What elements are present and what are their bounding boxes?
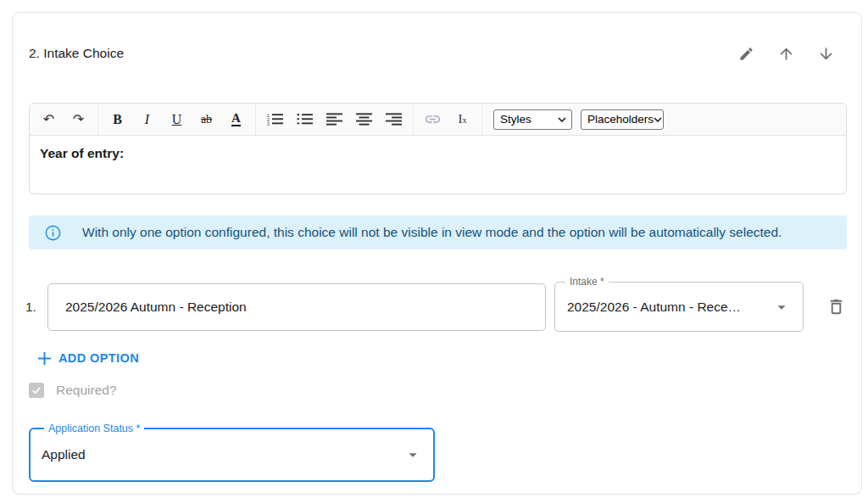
- italic-icon: I: [145, 112, 149, 127]
- underline-button[interactable]: U: [162, 108, 192, 132]
- chevron-down-icon: [558, 117, 566, 122]
- bullet-list-button[interactable]: [290, 108, 320, 132]
- checkmark-icon: [31, 384, 42, 396]
- info-banner: With only one option configured, this ch…: [29, 216, 847, 249]
- info-icon: [45, 225, 61, 241]
- dropdown-arrow-icon: [403, 445, 422, 464]
- align-right-button[interactable]: [379, 108, 409, 132]
- numbered-list-icon: 123: [267, 113, 283, 126]
- intake-select-label: Intake *: [565, 276, 609, 288]
- bullet-list-icon: [297, 113, 313, 126]
- option-row: 1. 2025/2026 Autumn - Reception Intake *…: [29, 282, 860, 332]
- strikethrough-button[interactable]: ab: [192, 108, 221, 132]
- link-icon: [424, 110, 442, 128]
- text-color-button[interactable]: A: [221, 108, 251, 132]
- align-left-button[interactable]: [320, 108, 349, 132]
- option-label-input[interactable]: 2025/2026 Autumn - Reception: [47, 283, 546, 331]
- card-header: 2. Intake Choice: [29, 43, 845, 64]
- edit-button[interactable]: [737, 44, 755, 63]
- redo-button[interactable]: ↷: [64, 108, 93, 132]
- align-right-icon: [386, 113, 402, 126]
- arrow-up-icon: [777, 45, 795, 63]
- required-label: Required?: [56, 383, 117, 398]
- dropdown-arrow-icon: [772, 298, 791, 316]
- styles-select[interactable]: Styles: [493, 109, 572, 130]
- placeholders-select-value: Placeholders: [587, 113, 654, 126]
- option-index: 1.: [25, 300, 47, 315]
- pencil-icon: [738, 46, 754, 62]
- editor-content-text: Year of entry:: [40, 146, 124, 160]
- align-center-icon: [356, 113, 372, 126]
- bold-button[interactable]: B: [103, 108, 132, 132]
- undo-icon: ↶: [43, 111, 54, 127]
- editor-content-area[interactable]: Year of entry:: [30, 136, 846, 194]
- application-status-label: Application Status *: [44, 423, 144, 434]
- undo-button[interactable]: ↶: [34, 108, 64, 132]
- intake-select[interactable]: Intake * 2025/2026 - Autumn - Rece…: [554, 282, 804, 332]
- svg-text:3: 3: [267, 121, 270, 126]
- add-option-label: ADD OPTION: [58, 351, 139, 365]
- application-status-select[interactable]: Application Status * Applied: [29, 428, 435, 482]
- toolbar-group-paragraph: 123: [255, 104, 413, 135]
- intake-select-value: 2025/2026 - Autumn - Rece…: [567, 300, 741, 315]
- arrow-down-icon: [817, 45, 835, 63]
- redo-icon: ↷: [73, 111, 84, 127]
- move-up-button[interactable]: [776, 44, 795, 63]
- required-row: Required?: [29, 383, 117, 398]
- add-option-button[interactable]: ADD OPTION: [38, 351, 139, 365]
- remove-format-button[interactable]: Ix: [448, 108, 477, 132]
- move-down-button[interactable]: [816, 44, 835, 63]
- align-left-icon: [326, 113, 342, 126]
- plus-icon: [38, 352, 51, 365]
- required-checkbox[interactable]: [29, 383, 44, 398]
- align-center-button[interactable]: [349, 108, 379, 132]
- toolbar-group-basic-styles: B I U ab A: [97, 104, 255, 135]
- editor-toolbar: ↶ ↷ B I U ab A 123: [30, 104, 846, 136]
- toolbar-group-link-format: Ix: [413, 104, 481, 135]
- question-title: 2. Intake Choice: [29, 46, 124, 61]
- rich-text-editor: ↶ ↷ B I U ab A 123: [29, 103, 847, 194]
- text-color-icon: A: [231, 112, 241, 127]
- option-label-value: 2025/2026 Autumn - Reception: [65, 300, 247, 315]
- trash-icon: [826, 297, 846, 316]
- remove-format-icon: Ix: [459, 112, 467, 126]
- application-status-value: Applied: [42, 447, 86, 462]
- link-button[interactable]: [418, 108, 448, 132]
- placeholders-select[interactable]: Placeholders: [581, 109, 664, 130]
- strikethrough-icon: ab: [201, 113, 212, 126]
- numbered-list-button[interactable]: 123: [260, 108, 290, 132]
- styles-select-value: Styles: [500, 113, 531, 126]
- chevron-down-icon: [654, 117, 662, 122]
- toolbar-group-dropdowns: Styles Placeholders: [481, 104, 668, 135]
- underline-icon: U: [172, 112, 182, 127]
- question-card: 2. Intake Choice ↶ ↷: [12, 12, 862, 495]
- toolbar-group-history: ↶ ↷: [30, 104, 97, 135]
- italic-button[interactable]: I: [132, 108, 162, 132]
- delete-option-button[interactable]: [824, 295, 848, 319]
- info-banner-text: With only one option configured, this ch…: [82, 225, 782, 240]
- bold-icon: B: [113, 112, 122, 127]
- header-actions: [737, 44, 845, 63]
